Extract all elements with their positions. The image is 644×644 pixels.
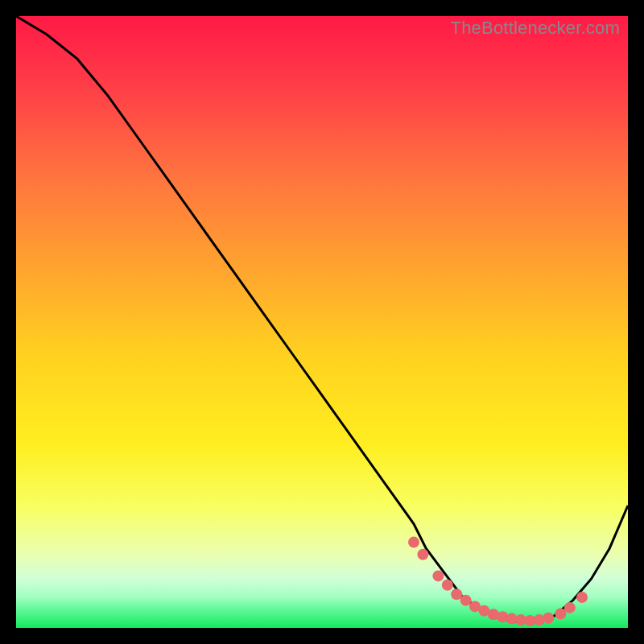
valley-dot — [564, 602, 576, 613]
bottleneck-chart — [16, 16, 628, 628]
valley-dot — [417, 549, 428, 560]
valley-dot — [432, 570, 444, 581]
valley-dot — [408, 537, 419, 548]
gradient-background — [16, 16, 628, 628]
valley-dot — [543, 613, 554, 624]
watermark-text: TheBottlenecker.com — [451, 18, 620, 39]
valley-dot — [460, 595, 472, 606]
valley-dot — [555, 609, 566, 620]
chart-frame: TheBottlenecker.com — [16, 16, 628, 628]
valley-dot — [576, 592, 588, 603]
valley-dot — [442, 580, 453, 591]
valley-dot — [451, 588, 462, 600]
